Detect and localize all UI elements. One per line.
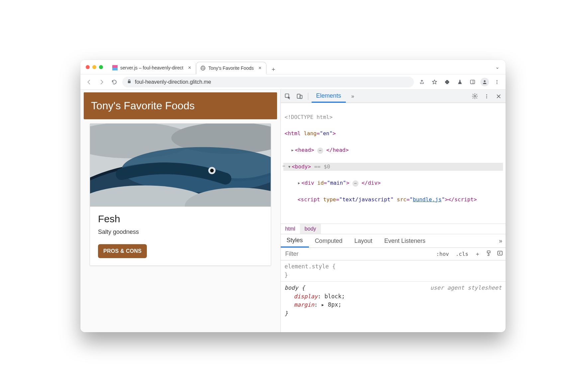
svg-rect-1 [112,68,118,70]
dom-script[interactable]: <script type="text/javascript" src="bund… [283,196,503,204]
svg-rect-5 [128,81,131,83]
profile-avatar[interactable] [480,78,489,86]
svg-point-24 [486,94,487,95]
css-prop-margin[interactable]: margin [294,301,314,308]
page-title: Tony's Favorite Foods [84,92,277,119]
toolbar: foul-heavenly-direction.glitch.me [80,74,506,90]
card-body: Fesh Salty goodness PROS & CONS [90,207,271,265]
window-controls[interactable] [86,65,103,69]
labs-button[interactable] [455,77,464,87]
brush-icon [486,250,492,256]
close-tab-icon[interactable]: × [188,65,191,71]
dom-div-main[interactable]: ▸<div id="main"> ⋯ </div> [283,179,503,187]
food-card: Fesh Salty goodness PROS & CONS [90,123,271,266]
share-button[interactable] [417,77,427,87]
svg-point-10 [497,81,498,82]
inspect-element-button[interactable] [283,91,293,101]
dom-html[interactable]: <html lang="en"> [283,130,503,138]
panel-icon [470,79,475,85]
bookmark-button[interactable] [430,77,439,87]
reload-button[interactable] [110,77,119,87]
card-title: Fesh [98,213,263,225]
devtools-tab-elements[interactable]: Elements [312,90,346,103]
arrow-right-icon [99,79,105,85]
crumb-html[interactable]: html [281,224,300,234]
svg-rect-6 [470,80,475,84]
tab-tonys-foods[interactable]: Tony's Favorite Foods × [196,62,266,74]
close-window-icon[interactable] [86,65,90,69]
dom-doctype[interactable]: <!DOCTYPE html> [283,113,503,122]
styles-filter-row: :hov .cls ＋ [281,248,506,260]
svg-point-23 [474,95,475,97]
subtab-layout[interactable]: Layout [348,234,378,247]
minimize-window-icon[interactable] [92,65,96,69]
devtools-settings-button[interactable] [470,91,480,101]
glitch-favicon-icon [112,65,118,70]
dom-tree[interactable]: <!DOCTYPE html> <html lang="en"> ▸<head>… [281,103,506,224]
devtools-menu-button[interactable] [482,91,492,101]
new-tab-button[interactable]: ＋ [268,64,278,74]
crumb-body[interactable]: body [300,224,321,234]
back-button[interactable] [84,77,94,87]
pros-cons-button[interactable]: PROS & CONS [98,244,147,258]
tab-title: Tony's Favorite Foods [208,65,254,71]
subtab-computed[interactable]: Computed [309,234,348,247]
side-panel-button[interactable] [468,77,477,87]
toggle-computed-sidebar[interactable] [494,250,506,258]
tabs: server.js – foul-heavenly-direct × Tony'… [108,60,495,74]
user-agent-stylesheet-label: user agent stylesheet [430,284,502,292]
styles-pane[interactable]: element.style { } body { user agent styl… [281,260,506,332]
svg-point-9 [497,80,498,81]
styles-more-tabs[interactable]: » [496,236,506,246]
arrow-left-icon [86,79,92,85]
rule-element-style[interactable]: element.style { [285,263,336,270]
svg-rect-27 [487,251,490,253]
hov-toggle[interactable]: :hov [433,251,452,257]
lock-icon [127,79,132,85]
svg-point-26 [486,97,487,98]
reload-icon [111,79,117,85]
cls-toggle[interactable]: .cls [452,251,472,257]
share-icon [419,79,425,85]
sidebar-toggle-icon [497,250,503,256]
card-subtitle: Salty goodness [98,229,263,236]
dom-head[interactable]: ▸<head> ⋯ </head> [283,146,503,154]
rule-body-selector[interactable]: body { [285,284,305,291]
subtab-styles[interactable]: Styles [281,234,309,247]
address-bar[interactable]: foul-heavenly-direction.glitch.me [122,77,414,87]
css-prop-display[interactable]: display [294,293,318,300]
devtools-panel: Elements » <!DOCTYPE html> <html lang="e… [280,90,506,332]
devtools-more-tabs[interactable]: » [348,91,358,101]
dom-body-selected[interactable]: ▾<body> == $0 [283,163,503,171]
devtools-tabbar: Elements » [281,90,506,103]
person-icon [482,79,487,85]
new-style-rule-button[interactable]: ＋ [472,250,483,258]
subtab-event-listeners[interactable]: Event Listeners [378,234,432,247]
chrome-menu-button[interactable] [492,77,502,87]
tabs-overflow-icon[interactable]: ⌄ [495,64,500,70]
dom-breadcrumbs: html body [281,224,506,234]
devtools-close-button[interactable] [494,91,504,101]
extensions-button[interactable] [442,77,452,87]
kebab-icon [484,94,489,99]
svg-point-17 [210,169,214,172]
svg-point-11 [497,83,498,84]
inspect-icon [284,93,291,100]
svg-point-8 [484,80,485,82]
styles-tabbar: Styles Computed Layout Event Listeners » [281,234,506,248]
content-area: Tony's Favorite Foods [80,90,506,332]
gear-icon [472,93,478,99]
svg-rect-28 [498,251,502,255]
forward-button[interactable] [97,77,106,87]
globe-favicon-icon [200,65,206,71]
styles-filter-input[interactable] [281,250,433,257]
device-toolbar-button[interactable] [295,91,305,101]
styles-brush-button[interactable] [483,250,494,258]
flask-icon [457,79,463,85]
svg-rect-0 [112,65,118,68]
close-tab-icon[interactable]: × [258,65,261,71]
tab-server-js[interactable]: server.js – foul-heavenly-direct × [108,61,196,74]
rendered-page: Tony's Favorite Foods [80,90,280,332]
tab-title: server.js – foul-heavenly-direct [120,65,183,70]
maximize-window-icon[interactable] [99,65,103,69]
